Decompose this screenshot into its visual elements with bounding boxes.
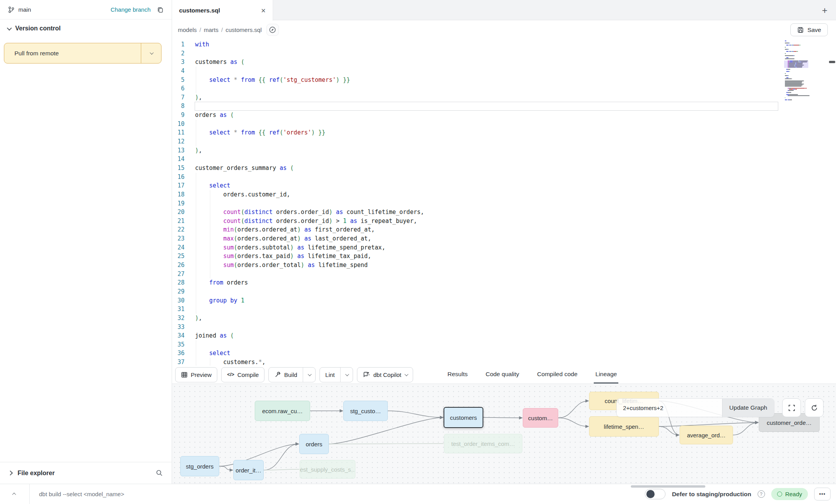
status-badge[interactable]: Ready (771, 488, 808, 500)
lineage-node-orders[interactable]: orders (299, 434, 329, 454)
code-line[interactable]: 2 (172, 49, 836, 58)
command-bar-collapse-button[interactable] (0, 484, 30, 504)
code-line[interactable]: 28 from orders (172, 278, 836, 287)
code-line[interactable]: 12 (172, 137, 836, 146)
save-button[interactable]: Save (790, 23, 828, 36)
breadcrumb-models[interactable]: models (178, 27, 197, 33)
lineage-node-order_items[interactable]: order_it… (233, 460, 264, 480)
code-line[interactable]: 7), (172, 93, 836, 102)
lineage-node-customers[interactable]: customers (444, 407, 483, 428)
refresh-icon (811, 404, 818, 412)
lineage-search-input[interactable] (617, 399, 722, 417)
lineage-node-test_supply[interactable]: test_supply_costs_s… (300, 460, 355, 479)
code-line[interactable]: 22 min(orders.ordered_at) as first_order… (172, 225, 836, 234)
file-explorer-label: File explorer (18, 470, 150, 477)
more-options-button[interactable]: ••• (814, 488, 831, 500)
lineage-hscrollbar[interactable] (631, 485, 705, 488)
lineage-node-ecom_raw[interactable]: ecom.raw_cu… (255, 401, 310, 421)
line-number: 29 (172, 287, 191, 296)
line-content: ), (191, 146, 836, 155)
search-icon[interactable] (156, 469, 163, 477)
code-line[interactable]: 31 (172, 305, 836, 314)
dbt-copilot-button[interactable]: dbt Copilot (357, 367, 413, 382)
lineage-node-stg_customers[interactable]: stg_custo… (343, 401, 388, 421)
line-number: 30 (172, 296, 191, 305)
code-line[interactable]: 11 select * from {{ ref('orders') }} (172, 128, 836, 137)
git-branch-icon (8, 6, 15, 13)
lineage-node-average_order[interactable]: average_ord… (680, 426, 733, 444)
help-icon[interactable]: ? (758, 490, 765, 498)
lineage-panel[interactable]: ecom.raw_cu…stg_custo…stg_ordersorder_it… (172, 384, 836, 489)
code-line[interactable]: 24 sum(orders.subtotal) as lifetime_spen… (172, 243, 836, 252)
lineage-node-lifetime_spend[interactable]: lifetime_spen… (589, 416, 659, 437)
build-dropdown[interactable] (303, 368, 315, 382)
code-line[interactable]: 4 (172, 67, 836, 76)
code-line[interactable]: 37 customers.*, (172, 358, 836, 366)
file-explorer-header[interactable]: File explorer (0, 462, 172, 484)
minimap[interactable] (784, 40, 816, 124)
editor-scrollbar[interactable] (829, 61, 835, 63)
code-line[interactable]: 5 select * from {{ ref('stg_customers') … (172, 76, 836, 85)
version-control-header[interactable]: Version control (0, 19, 172, 37)
code-icon: </> (227, 372, 234, 377)
lineage-node-stg_orders[interactable]: stg_orders (180, 456, 219, 476)
ready-dot-icon (777, 492, 782, 497)
line-content: min(orders.ordered_at) as first_ordered_… (191, 225, 836, 234)
breadcrumb-marts[interactable]: marts (204, 27, 219, 33)
preview-button[interactable]: Preview (175, 367, 217, 382)
code-line[interactable]: 6 (172, 84, 836, 93)
refresh-button[interactable] (805, 398, 824, 417)
code-line[interactable]: 1with (172, 40, 836, 49)
panel-tab-code-quality[interactable]: Code quality (484, 366, 521, 384)
code-editor[interactable]: 1with23customers as (45 select * from {{… (172, 39, 836, 366)
code-line[interactable]: 30 group by 1 (172, 296, 836, 305)
open-in-lineage-button[interactable] (266, 24, 279, 36)
compile-button[interactable]: </> Compile (221, 367, 264, 382)
defer-toggle[interactable] (645, 489, 666, 499)
code-line[interactable]: 20 count(distinct orders.order_id) as co… (172, 208, 836, 217)
panel-tab-compiled-code[interactable]: Compiled code (536, 366, 579, 384)
command-input[interactable] (30, 491, 645, 497)
code-line[interactable]: 18 orders.customer_id, (172, 190, 836, 199)
code-line[interactable]: 3customers as ( (172, 58, 836, 67)
code-line[interactable]: 25 sum(orders.tax_paid) as lifetime_tax_… (172, 252, 836, 261)
build-button[interactable]: Build (268, 367, 315, 382)
code-line[interactable]: 27 (172, 270, 836, 279)
code-line[interactable]: 29 (172, 287, 836, 296)
line-content: max(orders.ordered_at) as last_ordered_a… (191, 234, 836, 243)
code-line[interactable]: 10 (172, 120, 836, 129)
code-line[interactable]: 35 (172, 340, 836, 349)
fullscreen-button[interactable] (782, 398, 801, 417)
new-tab-button[interactable]: + (819, 5, 831, 16)
change-branch-link[interactable]: Change branch (110, 6, 151, 13)
code-line[interactable]: 21 count(distinct orders.order_id) > 1 a… (172, 217, 836, 226)
lint-button[interactable]: Lint (319, 367, 353, 382)
code-line[interactable]: 9orders as ( (172, 111, 836, 120)
code-line[interactable]: 19 (172, 199, 836, 208)
code-line[interactable]: 23 max(orders.ordered_at) as last_ordere… (172, 234, 836, 243)
update-graph-button[interactable]: Update Graph (722, 399, 774, 417)
code-line[interactable]: 32), (172, 314, 836, 323)
copy-icon[interactable] (157, 6, 164, 13)
code-line[interactable]: 17 select (172, 181, 836, 190)
lint-dropdown[interactable] (340, 368, 353, 382)
lineage-node-test_order_items[interactable]: test_order_items_com… (444, 434, 522, 453)
close-icon[interactable]: × (261, 7, 266, 14)
code-line[interactable]: 14 (172, 155, 836, 164)
line-number: 5 (172, 76, 191, 85)
code-line[interactable]: 16 (172, 173, 836, 182)
code-line[interactable]: 15customer_orders_summary as ( (172, 164, 836, 173)
lineage-node-customer_conv[interactable]: custom… (523, 408, 558, 428)
code-line[interactable]: 33 (172, 323, 836, 332)
code-line[interactable]: 26 sum(orders.order_total) as lifetime_s… (172, 261, 836, 270)
panel-tab-lineage[interactable]: Lineage (594, 366, 618, 384)
panel-tab-results[interactable]: Results (446, 366, 469, 384)
code-line[interactable]: 13), (172, 146, 836, 155)
code-line[interactable]: 8 (172, 102, 836, 111)
tab-customers-sql[interactable]: customers.sql × (172, 0, 273, 21)
pull-dropdown-toggle[interactable] (141, 43, 161, 63)
line-content: with (191, 40, 836, 49)
pull-from-remote-button[interactable]: Pull from remote (4, 43, 162, 64)
code-line[interactable]: 34joined as ( (172, 331, 836, 340)
code-line[interactable]: 36 select (172, 349, 836, 358)
